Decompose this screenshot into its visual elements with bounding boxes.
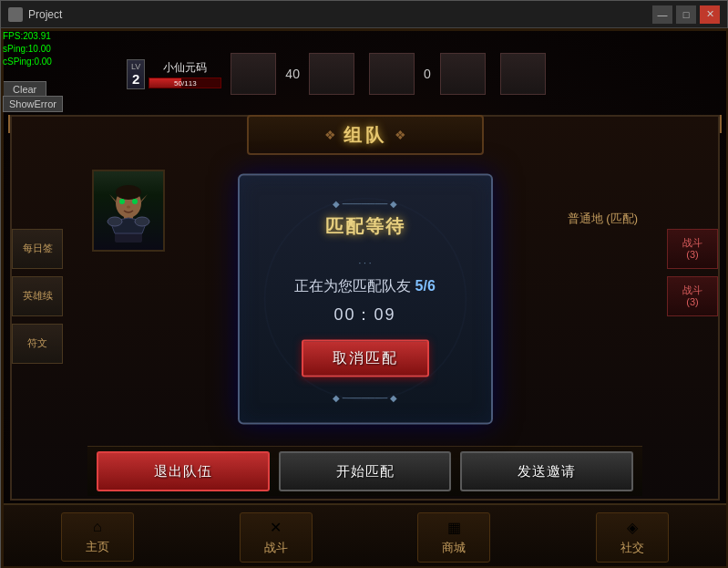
home-icon: ⌂ <box>93 519 102 535</box>
hud-value1: 40 <box>285 67 300 81</box>
page-title: 组队 <box>343 123 387 148</box>
nav-combat-label: 战斗 <box>264 540 288 556</box>
combat-btn-1-label: 战斗(3) <box>682 237 702 261</box>
elf-svg <box>97 174 160 247</box>
cancel-match-button[interactable]: 取消匹配 <box>302 339 429 377</box>
nav-shop[interactable]: ▦ 商城 <box>417 512 490 563</box>
player-name: 小仙元码 <box>163 60 207 76</box>
shop-icon: ▦ <box>447 519 461 536</box>
player-name-hp: 小仙元码 50/113 <box>149 60 221 88</box>
rune-button[interactable]: 符文 <box>12 324 63 364</box>
status-text: 正在为您匹配队友 <box>294 277 415 293</box>
elf-portrait <box>94 171 163 250</box>
svg-point-9 <box>108 217 122 226</box>
daily-sign-button[interactable]: 每日签 <box>12 229 63 269</box>
matching-dialog: ◆ ─────── ◆ 匹配等待 · · · 正在为您匹配队友 5/6 00：0… <box>238 173 493 424</box>
svg-point-8 <box>127 206 130 209</box>
maximize-button[interactable]: □ <box>676 5 696 24</box>
dialog-indicator: · · · <box>258 253 473 269</box>
window-title: Project <box>28 8 652 21</box>
hero-button[interactable]: 英雄续 <box>12 276 63 316</box>
start-match-button[interactable]: 开始匹配 <box>279 451 452 491</box>
show-error-button[interactable]: ShowError <box>3 96 63 112</box>
window-chrome: Project — □ ✕ FPS:203.91 sPing:10.00 cSP… <box>0 0 728 568</box>
combat-icon: ✕ <box>270 519 282 536</box>
svg-marker-7 <box>140 194 148 203</box>
dialog-status: 正在为您匹配队友 5/6 <box>258 276 473 295</box>
player-info: LV 2 小仙元码 50/113 40 0 <box>127 53 551 95</box>
fps-display: FPS:203.91 sPing:10.00 cSPing:0.00 <box>3 30 52 68</box>
character-portrait <box>92 170 165 252</box>
svg-point-3 <box>116 185 141 200</box>
hud-value2: 0 <box>424 67 431 81</box>
minimize-button[interactable]: — <box>652 5 672 24</box>
leave-team-button[interactable]: 退出队伍 <box>97 451 270 491</box>
window-controls: — □ ✕ <box>652 5 720 24</box>
nav-social[interactable]: ◈ 社交 <box>596 512 669 563</box>
side-buttons-left: 每日签 英雄续 符文 <box>12 229 63 364</box>
lv-label: LV <box>131 62 140 71</box>
combat-button-2[interactable]: 战斗(3) <box>667 276 718 316</box>
top-hud: LV 2 小仙元码 50/113 40 0 <box>1 28 728 119</box>
nav-shop-label: 商城 <box>442 540 466 556</box>
nav-combat[interactable]: ✕ 战斗 <box>240 512 313 563</box>
social-icon: ◈ <box>627 519 638 536</box>
send-invite-button[interactable]: 发送邀请 <box>460 451 633 491</box>
svg-marker-6 <box>109 194 117 203</box>
close-button[interactable]: ✕ <box>700 5 720 24</box>
combat-btn-2-label: 战斗(3) <box>682 284 702 308</box>
title-ornament-right: ❖ <box>395 128 406 142</box>
svg-point-10 <box>135 217 149 226</box>
bottom-nav: ⌂ 主页 ✕ 战斗 ▦ 商城 ◈ 社交 <box>1 503 728 568</box>
nav-home[interactable]: ⌂ 主页 <box>61 512 134 562</box>
match-progress: 5/6 <box>415 277 436 293</box>
side-buttons-right: 战斗(3) 战斗(3) <box>667 229 718 316</box>
hp-bar: 50/113 <box>149 77 221 88</box>
dialog-ornament-top: ◆ ─────── ◆ <box>258 193 473 210</box>
nav-home-label: 主页 <box>86 539 109 555</box>
debug-overlay: FPS:203.91 sPing:10.00 cSPing:0.00 <box>3 30 52 68</box>
svg-point-4 <box>119 199 125 204</box>
dialog-title: 匹配等待 <box>258 213 473 238</box>
title-bar: Project — □ ✕ <box>1 1 727 28</box>
svg-point-5 <box>132 199 138 204</box>
region-label: 普通地 (匹配) <box>568 211 638 227</box>
bottom-action-buttons: 退出队伍 开始匹配 发送邀请 <box>87 446 642 496</box>
dialog-timer: 00：09 <box>258 303 473 325</box>
dialog-ornament-bottom: ◆ ─────── ◆ <box>258 387 473 404</box>
page-title-bar: ❖ 组队 ❖ <box>247 115 484 155</box>
title-ornament-left: ❖ <box>324 128 336 142</box>
player-level: 2 <box>132 71 139 87</box>
game-area: FPS:203.91 sPing:10.00 cSPing:0.00 ShowE… <box>1 28 728 568</box>
app-icon <box>8 7 23 22</box>
combat-button-1[interactable]: 战斗(3) <box>667 229 718 269</box>
nav-social-label: 社交 <box>620 540 644 556</box>
